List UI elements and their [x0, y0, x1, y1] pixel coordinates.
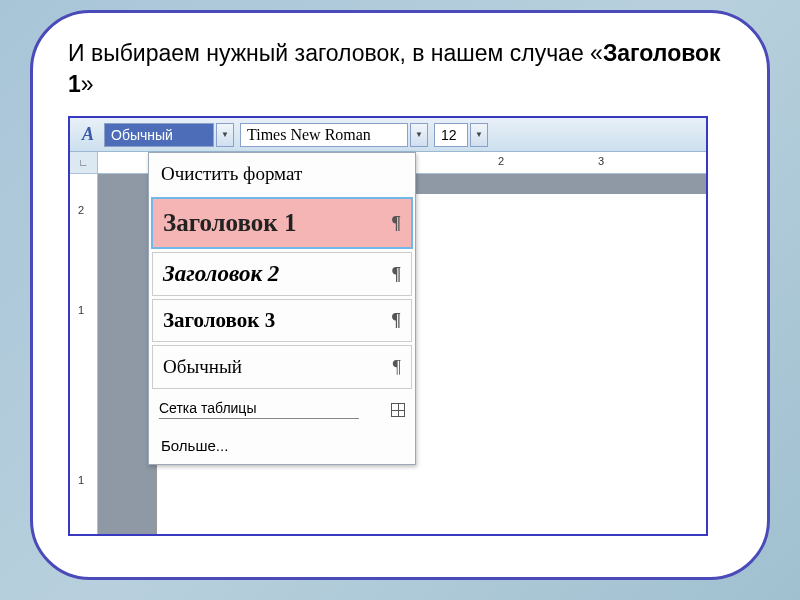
slide-frame: И выбираем нужный заголовок, в нашем слу…: [30, 10, 770, 580]
pilcrow-icon: ¶: [391, 310, 401, 331]
font-dropdown-button[interactable]: ▼: [410, 123, 428, 147]
style-dropdown-button[interactable]: ▼: [216, 123, 234, 147]
font-size-value: 12: [441, 127, 457, 143]
font-size-selector[interactable]: 12: [434, 123, 468, 147]
ruler-tick: 3: [598, 155, 604, 167]
instruction-prefix: И выбираем нужный заголовок, в нашем слу…: [68, 40, 603, 66]
dropdown-item-label: Обычный: [163, 356, 242, 378]
table-icon: [391, 403, 405, 417]
app-screenshot: A Обычный ▼ Times New Roman ▼ 12 ▼ ∟ 1 2…: [68, 116, 708, 536]
style-selector[interactable]: Обычный: [104, 123, 214, 147]
instruction-text: И выбираем нужный заголовок, в нашем слу…: [68, 38, 732, 100]
dropdown-heading-2[interactable]: Заголовок 2 ¶: [152, 252, 412, 296]
dropdown-heading-1[interactable]: Заголовок 1 ¶: [151, 197, 413, 249]
ruler-corner: ∟: [70, 152, 98, 173]
dropdown-table-grid[interactable]: Сетка таблицы: [149, 392, 415, 427]
dropdown-item-label: Больше...: [161, 437, 228, 454]
pilcrow-icon: ¶: [391, 213, 401, 234]
dropdown-item-label: Заголовок 1: [163, 209, 296, 237]
dropdown-heading-3[interactable]: Заголовок 3 ¶: [152, 299, 412, 342]
pilcrow-icon: ¶: [392, 264, 401, 285]
ruler-tick: 1: [78, 304, 84, 316]
dropdown-item-label: Заголовок 2: [163, 261, 279, 287]
style-dropdown-menu: Очистить формат Заголовок 1 ¶ Заголовок …: [148, 152, 416, 465]
ruler-tick: 2: [78, 204, 84, 216]
size-dropdown-button[interactable]: ▼: [470, 123, 488, 147]
style-selector-value: Обычный: [111, 127, 173, 143]
ruler-tick: 2: [498, 155, 504, 167]
dropdown-item-label: Сетка таблицы: [159, 400, 359, 419]
font-selector[interactable]: Times New Roman: [240, 123, 408, 147]
pilcrow-icon: ¶: [393, 357, 401, 378]
dropdown-clear-format[interactable]: Очистить формат: [149, 153, 415, 195]
font-selector-value: Times New Roman: [247, 126, 371, 144]
formatting-toolbar: A Обычный ▼ Times New Roman ▼ 12 ▼: [70, 118, 706, 152]
ruler-tick: 1: [78, 474, 84, 486]
dropdown-item-label: Очистить формат: [161, 163, 302, 185]
vertical-ruler[interactable]: 2 1 1: [70, 174, 98, 534]
dropdown-item-label: Заголовок 3: [163, 308, 275, 333]
dropdown-more[interactable]: Больше...: [149, 427, 415, 464]
styles-icon[interactable]: A: [74, 122, 102, 148]
dropdown-normal[interactable]: Обычный ¶: [152, 345, 412, 389]
instruction-suffix: »: [81, 71, 94, 97]
